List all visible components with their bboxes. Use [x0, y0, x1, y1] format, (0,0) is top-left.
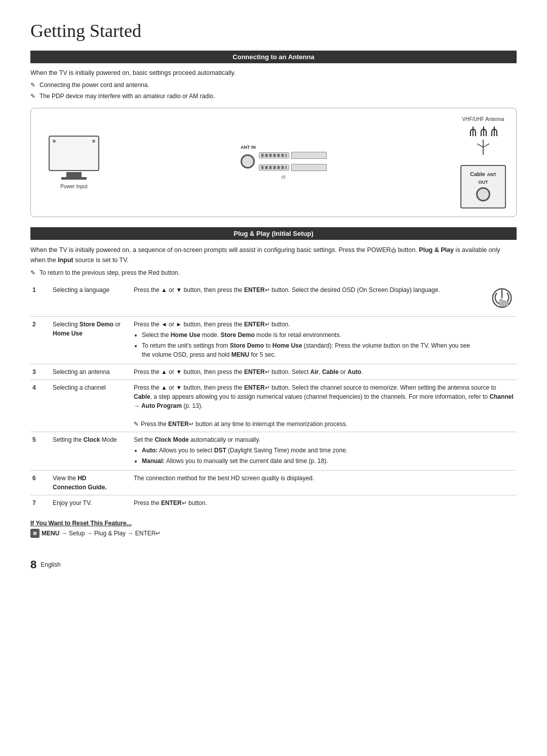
- step6-title: View the HDConnection Guide.: [51, 470, 132, 495]
- tv-illustration: Power Input: [41, 136, 107, 189]
- section1-header: Connecting to an Antenna: [30, 51, 517, 63]
- ant-in-connector: [241, 154, 255, 169]
- step1-desc: Press the ▲ or ▼ button, then press the …: [132, 282, 481, 317]
- table-row: 7 Enjoy your TV. Press the ENTER↵ button…: [30, 495, 517, 511]
- step7-desc: Press the ENTER↵ button.: [132, 495, 517, 511]
- svg-line-2: [483, 144, 489, 147]
- svg-rect-7: [506, 301, 509, 306]
- section1-note1: Connecting the power cord and antenna.: [30, 80, 517, 90]
- section2-header: Plug & Play (Initial Setup): [30, 227, 517, 240]
- plug-intro: When the TV is initially powered on, a s…: [30, 245, 517, 265]
- section1-note2: The PDP device may interfere with an ama…: [30, 92, 517, 101]
- step3-title: Selecting an antenna: [51, 364, 132, 380]
- connector-middle: ANT IN: [107, 145, 460, 180]
- plug-note1: To return to the previous step, press th…: [30, 268, 517, 277]
- step1-title: Selecting a language: [51, 282, 132, 317]
- cable-box: Cable ANT OUT: [460, 165, 506, 208]
- antenna-symbol: ⋔⋔⋔: [467, 124, 499, 140]
- menu-path-text: MENU → Setup → Plug & Play → ENTER↵: [42, 530, 161, 537]
- table-row: 5 Setting the Clock Mode Set the Clock M…: [30, 432, 517, 470]
- plug-play-bold: Plug & Play: [419, 246, 454, 254]
- power-button-icon: [489, 285, 515, 311]
- reset-title: If You Want to Reset This Feature...: [30, 520, 517, 527]
- antenna-mast-svg: [473, 140, 493, 155]
- cable-connector: [476, 187, 490, 201]
- step7-title: Enjoy your TV.: [51, 495, 132, 511]
- step2-desc: Press the ◄ or ► button, then press the …: [132, 316, 481, 364]
- power-symbol: ⏻: [391, 247, 396, 253]
- language-label: English: [41, 561, 60, 568]
- svg-rect-6: [503, 301, 506, 307]
- step6-num: 6: [30, 470, 51, 495]
- step4-num: 4: [30, 380, 51, 432]
- step3-num: 3: [30, 364, 51, 380]
- step3-desc: Press the ▲ or ▼ button, then press the …: [132, 364, 517, 380]
- power-icon-cell: [481, 282, 517, 317]
- cable-label: Cable: [470, 171, 485, 177]
- menu-icon: ⊞: [30, 529, 40, 538]
- step2-num: 2: [30, 316, 51, 364]
- or-label: or: [282, 174, 286, 180]
- table-row: 3 Selecting an antenna Press the ▲ or ▼ …: [30, 364, 517, 380]
- steps-table: 1 Selecting a language Press the ▲ or ▼ …: [30, 282, 517, 511]
- menu-path: ⊞ MENU → Setup → Plug & Play → ENTER↵: [30, 529, 517, 538]
- step1-num: 1: [30, 282, 51, 317]
- table-row: 1 Selecting a language Press the ▲ or ▼ …: [30, 282, 517, 317]
- page-number: 8: [30, 558, 36, 571]
- plug-intro-text4: source is set to TV.: [73, 257, 129, 264]
- step5-title: Setting the Clock Mode: [51, 432, 132, 470]
- tv-stand: [66, 172, 82, 177]
- table-row: 6 View the HDConnection Guide. The conne…: [30, 470, 517, 495]
- svg-rect-5: [499, 299, 503, 306]
- table-row: 2 Selecting Store Demo or Home Use Press…: [30, 316, 517, 364]
- step6-desc: The connection method for the best HD sc…: [132, 470, 517, 495]
- step5-num: 5: [30, 432, 51, 470]
- step2-title: Selecting Store Demo or Home Use: [51, 316, 132, 364]
- antenna-diagram: Power Input ANT IN: [30, 108, 517, 217]
- step4-title: Selecting a channel: [51, 380, 132, 432]
- input-bold: Input: [58, 257, 73, 264]
- tv-screen: [49, 136, 99, 171]
- plug-intro-text2: button.: [396, 246, 419, 254]
- power-input-label: Power Input: [60, 184, 87, 189]
- antenna-right: VHF/UHF Antenna ⋔⋔⋔ Cable ANT OUT: [460, 116, 506, 208]
- table-row: 4 Selecting a channel Press the ▲ or ▼ b…: [30, 380, 517, 432]
- vhf-label: VHF/UHF Antenna: [462, 116, 504, 122]
- step7-num: 7: [30, 495, 51, 511]
- reset-section: If You Want to Reset This Feature... ⊞ M…: [30, 520, 517, 538]
- step2-icon-cell: [481, 316, 517, 364]
- section1-intro: When the TV is initially powered on, bas…: [30, 68, 517, 78]
- svg-line-1: [477, 144, 483, 147]
- step5-desc: Set the Clock Mode automatically or manu…: [132, 432, 517, 470]
- step4-desc: Press the ▲ or ▼ button, then press the …: [132, 380, 517, 432]
- page-number-section: 8 English: [30, 558, 517, 571]
- ant-in-label: ANT IN: [241, 145, 256, 150]
- plug-intro-text1: When the TV is initially powered on, a s…: [30, 246, 391, 254]
- page-title: Getting Started: [30, 20, 517, 41]
- tv-base: [61, 177, 87, 180]
